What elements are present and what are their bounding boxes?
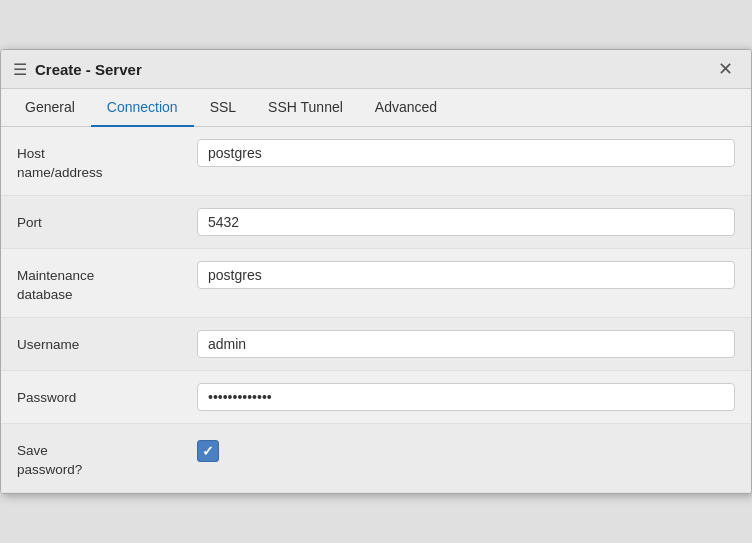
checkmark-icon: ✓ [202,443,214,459]
label-port: Port [17,208,197,233]
password-input[interactable] [197,383,735,411]
maintenance-db-input[interactable] [197,261,735,289]
port-input-wrap [197,208,735,236]
label-maintenance-db: Maintenancedatabase [17,261,197,305]
dialog-icon: ☰ [13,60,27,79]
tab-advanced[interactable]: Advanced [359,89,453,127]
password-input-wrap [197,383,735,411]
username-input-wrap [197,330,735,358]
form-row-save-password: Savepassword? ✓ [1,424,751,493]
tab-ssl[interactable]: SSL [194,89,252,127]
close-button[interactable]: ✕ [712,58,739,80]
dialog-title: Create - Server [35,61,142,78]
title-bar-left: ☰ Create - Server [13,60,142,79]
form-row-username: Username [1,318,751,371]
tab-ssh-tunnel[interactable]: SSH Tunnel [252,89,359,127]
save-password-checkbox[interactable]: ✓ [197,440,219,462]
save-password-wrap: ✓ [197,436,735,462]
create-server-dialog: ☰ Create - Server ✕ General Connection S… [0,49,752,493]
label-save-password: Savepassword? [17,436,197,480]
host-input[interactable] [197,139,735,167]
username-input[interactable] [197,330,735,358]
port-input[interactable] [197,208,735,236]
host-input-wrap [197,139,735,167]
tab-bar: General Connection SSL SSH Tunnel Advanc… [1,89,751,127]
form-content: Hostname/address Port Maintenancedatabas… [1,127,751,492]
label-username: Username [17,330,197,355]
maintenance-db-input-wrap [197,261,735,289]
tab-general[interactable]: General [9,89,91,127]
tab-connection[interactable]: Connection [91,89,194,127]
form-row-maintenance-db: Maintenancedatabase [1,249,751,318]
form-row-port: Port [1,196,751,249]
form-row-password: Password [1,371,751,424]
checkbox-container: ✓ [197,436,735,462]
title-bar: ☰ Create - Server ✕ [1,50,751,89]
label-host: Hostname/address [17,139,197,183]
form-row-host: Hostname/address [1,127,751,196]
label-password: Password [17,383,197,408]
